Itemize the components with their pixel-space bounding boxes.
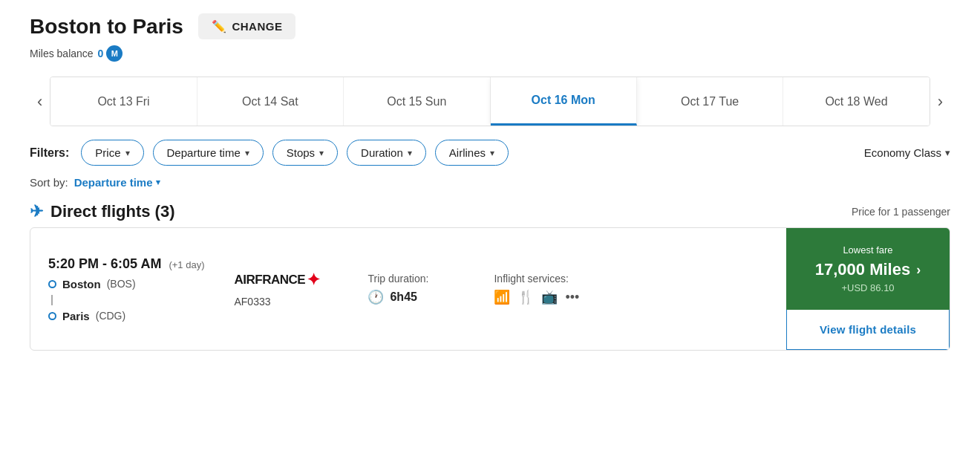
direct-flights-title: Direct flights (3) [50, 202, 174, 221]
header: Boston to Paris ✏️ CHANGE [0, 0, 980, 45]
date-next-button[interactable]: › [930, 88, 950, 116]
date-oct16[interactable]: Oct 16 Mon [491, 77, 637, 126]
miles-icon: M [106, 45, 122, 62]
filter-price-button[interactable]: Price ▾ [81, 140, 143, 166]
destination-city: Paris [62, 310, 90, 322]
date-oct13[interactable]: Oct 13 Fri [50, 77, 197, 126]
origin-point: Boston (BOS) [48, 278, 204, 290]
wifi-icon: 📶 [494, 289, 510, 305]
airline-logo: AIRFRANCE ✦ [234, 270, 338, 290]
view-flight-details-button[interactable]: View flight details [786, 310, 950, 350]
route-line [51, 295, 53, 305]
day-offset: (+1 day) [169, 259, 204, 270]
date-strip: Oct 13 Fri Oct 14 Sat Oct 15 Sun Oct 16 … [50, 77, 930, 126]
destination-point: Paris (CDG) [48, 310, 204, 322]
entertainment-icon: 📺 [541, 289, 558, 305]
inflight-services: Inflight services: 📶 🍴 📺 ••• [494, 273, 612, 305]
airline-info: AIRFRANCE ✦ AF0333 [234, 270, 338, 308]
airline-name-text: AIRFRANCE [234, 273, 305, 287]
flight-card: 5:20 PM - 6:05 AM (+1 day) Boston (BOS) … [30, 227, 950, 351]
origin-city: Boston [62, 278, 101, 290]
filter-duration-button[interactable]: Duration ▾ [347, 140, 426, 166]
chevron-down-icon: ▾ [945, 147, 950, 158]
origin-dot [48, 280, 56, 288]
clock-icon: 🕐 [368, 289, 384, 305]
trip-duration: Trip duration: 🕐 6h45 [368, 273, 464, 305]
filter-airlines-button[interactable]: Airlines ▾ [435, 140, 509, 166]
sort-row: Sort by: Departure time ▾ [0, 166, 980, 189]
date-oct17[interactable]: Oct 17 Tue [637, 77, 783, 126]
flight-times: 5:20 PM - 6:05 AM (+1 day) Boston (BOS) … [48, 256, 204, 322]
trip-duration-label: Trip duration: [368, 273, 464, 285]
destination-dot [48, 312, 56, 320]
lowest-fare-miles: 17,000 Miles › [815, 260, 921, 279]
chevron-down-icon: ▾ [408, 148, 412, 158]
flight-main: 5:20 PM - 6:05 AM (+1 day) Boston (BOS) … [30, 228, 786, 350]
miles-balance-label: Miles balance [30, 48, 94, 59]
section-title: ✈ Direct flights (3) [30, 202, 174, 221]
sort-value[interactable]: Departure time ▾ [74, 176, 160, 189]
inflight-label: Inflight services: [494, 273, 612, 285]
pencil-icon: ✏️ [212, 19, 227, 33]
change-label: CHANGE [232, 20, 282, 33]
miles-row: Miles balance 0 M [0, 45, 980, 69]
page-title: Boston to Paris [30, 15, 183, 39]
change-button[interactable]: ✏️ CHANGE [198, 13, 296, 39]
time-range: 5:20 PM - 6:05 AM (+1 day) [48, 256, 204, 272]
more-icon: ••• [565, 290, 579, 305]
date-strip-wrapper: ‹ Oct 13 Fri Oct 14 Sat Oct 15 Sun Oct 1… [0, 69, 980, 126]
filter-departuretime-button[interactable]: Departure time ▾ [153, 140, 264, 166]
lowest-fare-usd: +USD 86.10 [841, 282, 894, 293]
filters-label: Filters: [30, 146, 69, 160]
lowest-fare-box[interactable]: Lowest fare 17,000 Miles › +USD 86.10 [786, 228, 950, 310]
flight-number: AF0333 [234, 296, 338, 308]
chevron-down-icon: ▾ [319, 148, 324, 158]
destination-code: (CDG) [96, 310, 125, 322]
class-select[interactable]: Economy Class ▾ [864, 146, 950, 159]
route: Boston (BOS) Paris (CDG) [48, 278, 204, 322]
filters-row: Filters: Price ▾ Departure time ▾ Stops … [0, 126, 980, 166]
date-oct18[interactable]: Oct 18 Wed [783, 77, 929, 126]
inflight-icons: 📶 🍴 📺 ••• [494, 289, 612, 305]
chevron-down-icon: ▾ [125, 148, 130, 158]
lowest-fare-label: Lowest fare [843, 244, 892, 256]
date-oct14[interactable]: Oct 14 Sat [197, 77, 344, 126]
airline-logo-mark: ✦ [307, 270, 320, 290]
plane-icon: ✈ [30, 202, 43, 221]
origin-code: (BOS) [107, 278, 136, 290]
sort-label: Sort by: [30, 176, 68, 189]
trip-duration-value: 🕐 6h45 [368, 289, 464, 305]
filter-stops-button[interactable]: Stops ▾ [272, 140, 338, 166]
food-icon: 🍴 [517, 289, 534, 305]
chevron-down-icon: ▾ [245, 148, 249, 158]
miles-value: 0 M [98, 45, 123, 62]
date-oct15[interactable]: Oct 15 Sun [344, 77, 490, 126]
price-panel: Lowest fare 17,000 Miles › +USD 86.10 Vi… [786, 228, 950, 350]
fare-arrow-icon: › [916, 262, 921, 278]
chevron-down-icon: ▾ [156, 178, 160, 187]
section-header: ✈ Direct flights (3) Price for 1 passeng… [0, 189, 980, 227]
chevron-down-icon: ▾ [490, 148, 494, 158]
price-note: Price for 1 passenger [852, 206, 950, 218]
date-prev-button[interactable]: ‹ [30, 88, 50, 116]
